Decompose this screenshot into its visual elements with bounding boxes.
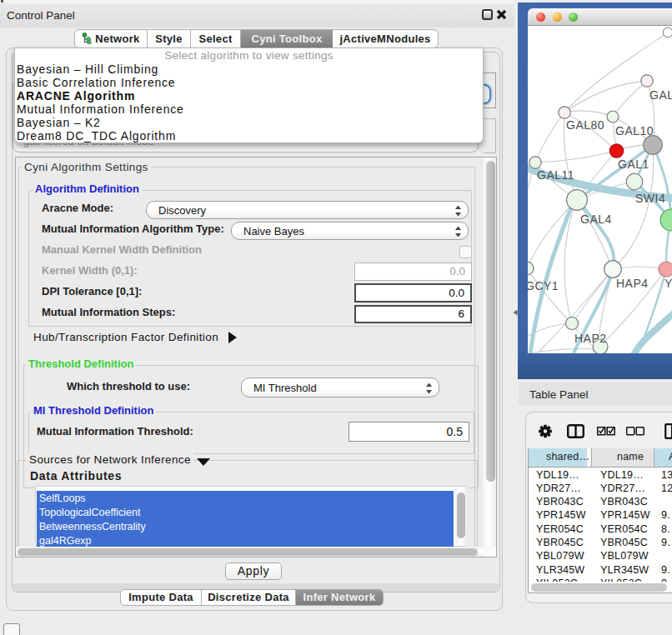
svg-text:GAL80: GAL80 <box>566 118 604 132</box>
svg-text:SWI4: SWI4 <box>635 192 665 205</box>
svg-text:GCY1: GCY1 <box>528 279 559 292</box>
svg-text:GAL7: GAL7 <box>649 88 672 102</box>
svg-text:Y: Y <box>664 277 672 290</box>
svg-text:GAL1: GAL1 <box>618 158 649 171</box>
svg-text:GAL4: GAL4 <box>580 212 612 226</box>
svg-text:HAP4: HAP4 <box>616 277 649 290</box>
svg-text:HAP2: HAP2 <box>574 332 607 345</box>
svg-text:GAL11: GAL11 <box>537 168 574 182</box>
svg-text:GAL10: GAL10 <box>615 124 654 138</box>
